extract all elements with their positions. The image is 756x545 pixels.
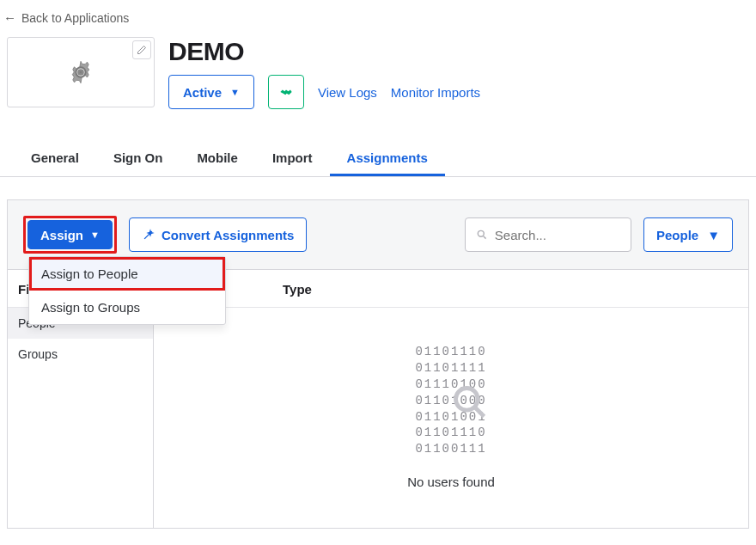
- binary-line: 01101110: [415, 344, 486, 360]
- tab-mobile[interactable]: Mobile: [180, 140, 255, 176]
- panel-toolbar: Assign ▼ Convert Assignments People ▼ As…: [8, 200, 748, 270]
- svg-point-2: [79, 70, 83, 75]
- search-box[interactable]: [465, 217, 631, 252]
- app-title: DEMO: [168, 37, 480, 66]
- caret-down-icon: ▼: [707, 228, 720, 242]
- svg-point-4: [456, 389, 479, 411]
- column-header-type: Type: [154, 270, 748, 308]
- people-filter-label: People: [656, 228, 698, 242]
- binary-ascii-art: 01101110 01101111 01110100 01101000 0110…: [415, 344, 486, 457]
- sidebar-item-groups[interactable]: Groups: [8, 339, 153, 370]
- dropdown-item-assign-groups[interactable]: Assign to Groups: [29, 291, 225, 324]
- people-filter-dropdown[interactable]: People ▼: [643, 217, 733, 252]
- assignments-panel: Assign ▼ Convert Assignments People ▼ As…: [7, 199, 749, 529]
- header-content: DEMO Active ▼ View Logs Monitor Imports: [168, 37, 480, 109]
- convert-label: Convert Assignments: [162, 228, 294, 242]
- pencil-icon: [137, 45, 147, 55]
- binary-line: 01101110: [415, 425, 486, 441]
- binary-line: 01100111: [415, 441, 486, 457]
- tab-import[interactable]: Import: [255, 140, 330, 176]
- edit-logo-button[interactable]: [132, 40, 151, 59]
- header-controls: Active ▼ View Logs Monitor Imports: [168, 75, 480, 109]
- wand-icon: [142, 229, 155, 242]
- convert-assignments-button[interactable]: Convert Assignments: [129, 217, 307, 252]
- highlight-assign-button: Assign ▼: [23, 216, 117, 254]
- dropdown-item-assign-people[interactable]: Assign to People: [29, 257, 225, 291]
- caret-down-icon: ▼: [230, 87, 240, 97]
- tab-assignments[interactable]: Assignments: [330, 140, 445, 176]
- empty-message: No users found: [407, 475, 495, 489]
- search-input[interactable]: [495, 228, 620, 242]
- caret-down-icon: ▼: [90, 230, 100, 240]
- handshake-button[interactable]: [268, 75, 304, 109]
- back-to-applications-link[interactable]: ← Back to Applications: [0, 0, 756, 34]
- svg-point-3: [478, 230, 484, 236]
- app-logo-box: [7, 37, 155, 107]
- handshake-icon: [277, 85, 295, 99]
- assign-label: Assign: [40, 228, 83, 242]
- empty-state: 01101110 01101111 01110100 01101000 0110…: [154, 308, 748, 510]
- tab-general[interactable]: General: [14, 140, 96, 176]
- app-header: DEMO Active ▼ View Logs Monitor Imports: [0, 34, 756, 119]
- gear-icon: [67, 58, 94, 86]
- status-label: Active: [183, 85, 222, 100]
- arrow-left-icon: ←: [3, 10, 16, 25]
- assign-dropdown-button[interactable]: Assign ▼: [27, 220, 113, 249]
- status-dropdown-button[interactable]: Active ▼: [168, 75, 254, 109]
- monitor-imports-link[interactable]: Monitor Imports: [391, 85, 480, 100]
- view-logs-link[interactable]: View Logs: [318, 85, 377, 100]
- tab-sign-on[interactable]: Sign On: [96, 140, 180, 176]
- search-icon: [476, 228, 488, 242]
- assign-dropdown-menu: Assign to People Assign to Groups: [28, 256, 226, 325]
- tab-bar: General Sign On Mobile Import Assignment…: [0, 140, 756, 177]
- binary-line: 01101111: [415, 360, 486, 377]
- magnifier-icon: [451, 383, 489, 421]
- back-link-text: Back to Applications: [21, 11, 129, 25]
- main-column: Type 01101110 01101111 01110100 01101000…: [154, 270, 748, 528]
